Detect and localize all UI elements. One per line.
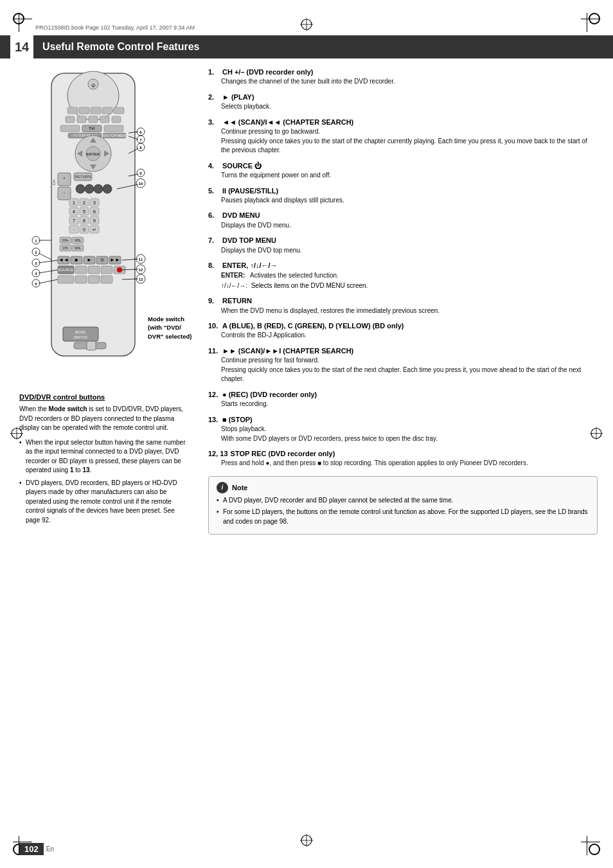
svg-rect-4 <box>67 107 78 114</box>
svg-text:4: 4 <box>35 272 37 276</box>
bottom-center-mark <box>300 834 313 849</box>
item-2: 2. ► (PLAY) Selects playback. <box>208 93 598 112</box>
svg-rect-13 <box>112 116 121 123</box>
item-11: 11. ►► (SCAN)/►►I (CHAPTER SEARCH) Conti… <box>208 346 598 384</box>
press-hold-text: Press and hold <box>221 459 264 466</box>
svg-rect-8 <box>114 107 124 114</box>
svg-text:VOL: VOL <box>75 246 81 250</box>
middle-left-mark <box>10 427 23 441</box>
page-language: En <box>46 846 54 853</box>
svg-text:10: 10 <box>139 182 143 186</box>
item-7: 7. DVD TOP MENU Displays the DVD top men… <box>208 236 598 255</box>
svg-text:CH-: CH- <box>63 246 69 250</box>
svg-text:CH: CH <box>52 180 56 186</box>
svg-text:►: ► <box>87 257 92 263</box>
note-box: i Note A DVD player, DVD recorder and BD… <box>208 476 598 535</box>
svg-rect-84 <box>75 266 87 274</box>
svg-rect-9 <box>66 116 75 123</box>
chapter-number: 14 <box>10 35 33 58</box>
chapter-title: Useful Remote Control Features <box>42 41 199 53</box>
svg-text:VOL: VOL <box>75 238 81 242</box>
note-header: i Note <box>217 482 589 493</box>
svg-text:2: 2 <box>35 251 37 254</box>
svg-text:SWITCH: SWITCH <box>73 335 87 339</box>
item-1: 1. CH +/– (DVD recorder only) Changes th… <box>208 67 598 87</box>
svg-text:7: 7 <box>73 218 75 223</box>
svg-text:TV/: TV/ <box>89 127 95 130</box>
note-item: For some LD players, the buttons on the … <box>217 508 589 526</box>
item-9: 9. RETURN When the DVD menu is displayed… <box>208 296 598 315</box>
svg-rect-85 <box>88 266 100 274</box>
item-3: 3. ◄◄ (SCAN)/I◄◄ (CHAPTER SEARCH) Contin… <box>208 118 598 155</box>
dvd-section-bullets: When the input selector button having th… <box>19 438 190 526</box>
svg-rect-6 <box>91 107 101 114</box>
svg-rect-11 <box>89 116 98 123</box>
svg-text:CH+: CH+ <box>62 238 69 242</box>
corner-mark-tr <box>581 13 600 32</box>
remote-control-image: ⏻ TV/ DVD TOP MENU <box>19 70 161 380</box>
svg-text:9: 9 <box>139 172 142 175</box>
note-icon: i <box>217 482 228 493</box>
item-10: 10. A (BLUE), B (RED), C (GREEN), D (YEL… <box>208 321 598 341</box>
svg-rect-90 <box>75 276 87 283</box>
bullet-item: When the input selector button having th… <box>19 438 190 475</box>
item-8: 8. ENTER, ↑/↓/←/→ ENTER: Activates the s… <box>208 261 598 290</box>
svg-point-37 <box>85 184 94 193</box>
svg-text:11: 11 <box>139 258 143 261</box>
item-4: 4. SOURCE ⏻ Turns the equipment power on… <box>208 161 598 181</box>
svg-rect-14 <box>60 125 80 132</box>
svg-rect-12 <box>100 116 109 123</box>
bullet-item: DVD players, DVD recorders, BD players o… <box>19 479 190 526</box>
svg-point-39 <box>103 184 112 193</box>
svg-text:6: 6 <box>139 130 142 134</box>
svg-rect-7 <box>102 107 112 114</box>
item-5: 5. II (PAUSE/STILL) Pauses playback and … <box>208 186 598 206</box>
svg-rect-97 <box>87 341 96 350</box>
svg-text:1: 1 <box>73 200 75 205</box>
svg-rect-17 <box>104 125 123 132</box>
svg-text:·: · <box>73 227 75 232</box>
header-bar: 14 Useful Remote Control Features <box>0 35 613 58</box>
svg-text:⏻: ⏻ <box>91 83 96 87</box>
mode-switch-label: Mode switch (with "DVD/ DVR" selected) <box>148 315 212 341</box>
svg-text:13: 13 <box>139 278 143 281</box>
svg-text:6: 6 <box>93 209 96 214</box>
item-13: 13. ■ (STOP) Stops playback.With some DV… <box>208 415 598 443</box>
file-info: PRO11508ID.book Page 102 Tuesday, April … <box>35 24 195 31</box>
svg-rect-5 <box>79 107 89 114</box>
svg-text:12: 12 <box>139 268 143 272</box>
svg-text:1: 1 <box>35 239 37 243</box>
page-footer: 102 En <box>19 843 54 855</box>
remote-svg: ⏻ TV/ DVD TOP MENU <box>19 70 161 378</box>
top-center-mark <box>300 18 313 33</box>
item-6: 6. DVD MENU Displays the DVD menu. <box>208 211 598 230</box>
svg-text:+: + <box>63 176 66 181</box>
svg-rect-91 <box>88 276 100 283</box>
svg-rect-92 <box>101 276 112 283</box>
svg-rect-10 <box>77 116 86 123</box>
left-column: ⏻ TV/ DVD TOP MENU <box>0 58 199 829</box>
svg-text:8: 8 <box>139 146 142 150</box>
svg-text:■: ■ <box>75 257 78 263</box>
svg-text:4: 4 <box>73 209 75 214</box>
svg-point-38 <box>94 184 103 193</box>
dvd-section: DVD/DVR control buttons When the Mode sw… <box>19 393 190 525</box>
right-column: 1. CH +/– (DVD recorder only) Changes th… <box>199 58 613 829</box>
middle-right-mark <box>590 427 603 441</box>
svg-rect-86 <box>101 266 112 274</box>
svg-text:◄◄: ◄◄ <box>58 257 69 263</box>
svg-text:9: 9 <box>93 218 96 223</box>
svg-text:8: 8 <box>83 218 85 223</box>
note-list: A DVD player, DVD recorder and BD player… <box>217 496 589 527</box>
svg-text:3: 3 <box>35 261 37 265</box>
svg-text:↵: ↵ <box>93 227 96 232</box>
svg-text:ENTER: ENTER <box>87 152 100 156</box>
svg-text:3: 3 <box>93 200 96 205</box>
svg-text:RETURN: RETURN <box>75 175 91 179</box>
dvd-section-title: DVD/DVR control buttons <box>19 393 190 401</box>
main-content: ⏻ TV/ DVD TOP MENU <box>0 58 613 829</box>
item-12-13-stop-rec: 12, 13 STOP REC (DVD recorder only) Pres… <box>208 449 598 468</box>
svg-text:5: 5 <box>35 282 37 286</box>
svg-point-88 <box>117 267 122 272</box>
svg-text:►►: ►► <box>110 257 120 263</box>
